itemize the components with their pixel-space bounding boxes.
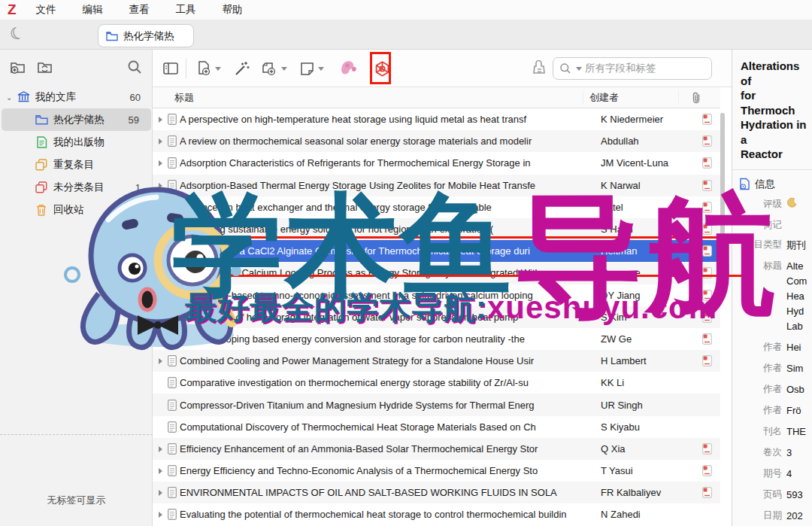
- table-row[interactable]: Efficiency Enhancement of an Ammonia-Bas…: [153, 438, 720, 460]
- info-field[interactable]: 刊名 THE: [732, 424, 812, 439]
- twisty-icon[interactable]: [153, 223, 165, 235]
- field-value[interactable]: THE: [786, 424, 806, 439]
- info-field[interactable]: 页码 593: [732, 488, 812, 503]
- info-field[interactable]: 日期 202: [732, 509, 812, 524]
- twisty-icon[interactable]: [153, 290, 165, 301]
- twisty-icon[interactable]: [153, 202, 165, 213]
- twisty-icon[interactable]: [153, 509, 165, 520]
- chevron-down-icon[interactable]: [576, 67, 582, 71]
- table-row[interactable]: Assessment of heat storage integration o…: [153, 306, 720, 328]
- info-field[interactable]: 简记: [732, 218, 812, 232]
- field-value[interactable]: Osb: [786, 382, 804, 397]
- sidebar-item-library[interactable]: ⌄ 我的文库 60: [0, 86, 153, 108]
- search-input[interactable]: 所有字段和标签: [553, 57, 712, 80]
- field-value[interactable]: [786, 197, 797, 212]
- twisty-icon[interactable]: [153, 312, 165, 323]
- field-label: 页码: [732, 488, 782, 503]
- field-label: 评级: [732, 197, 782, 212]
- add-attachment-button[interactable]: [261, 57, 287, 80]
- twisty-icon[interactable]: [153, 114, 165, 125]
- add-by-identifier-wand-button[interactable]: [234, 57, 250, 80]
- field-value[interactable]: 3: [786, 445, 792, 461]
- info-field[interactable]: 期号 4: [732, 467, 812, 482]
- twisty-icon[interactable]: [153, 180, 165, 191]
- document-icon: [165, 377, 180, 388]
- table-row[interactable]: Evaluating the potential of thermochemic…: [153, 503, 720, 525]
- table-row[interactable]: Energy Efficiency and Techno-Economic An…: [153, 460, 720, 482]
- twisty-icon[interactable]: ⌄: [6, 93, 17, 102]
- field-value[interactable]: 202: [786, 509, 803, 524]
- info-field[interactable]: 作者 Sim: [732, 361, 812, 376]
- twisty-icon[interactable]: [153, 355, 165, 366]
- info-field[interactable]: 作者 Hei: [732, 340, 812, 355]
- menu-tools[interactable]: 工具: [167, 1, 205, 19]
- menu-edit[interactable]: 编辑: [74, 1, 112, 19]
- translate-plugin-icon[interactable]: [339, 57, 359, 80]
- table-row[interactable]: Comparative investigation on thermochemi…: [153, 372, 720, 394]
- sidebar-item-row4[interactable]: 未分类条目 1: [0, 176, 153, 199]
- info-field[interactable]: 作者 Osb: [732, 382, 812, 397]
- info-field[interactable]: 评级: [732, 197, 812, 212]
- table-row[interactable]: Adsorption Characteristics of Refrigeran…: [153, 152, 720, 174]
- row-title: Efficiency Enhancement of an Ammonia-Bas…: [180, 443, 595, 455]
- info-field[interactable]: 卷次 3: [732, 445, 812, 461]
- row-creator: Abdullah: [595, 135, 693, 147]
- sidebar-divider[interactable]: [0, 434, 153, 435]
- menu-view[interactable]: 查看: [120, 1, 159, 19]
- column-title[interactable]: 标题: [153, 91, 583, 105]
- info-section-label: 信息: [755, 178, 775, 191]
- twisty-icon[interactable]: [153, 443, 165, 455]
- pdf-attachment-icon: [693, 202, 720, 213]
- table-row[interactable]: Adsorption-Based Thermal Energy Storage …: [153, 175, 720, 196]
- table-row[interactable]: Computational Discovery of Thermochemica…: [153, 416, 720, 438]
- twisty-icon[interactable]: [153, 135, 165, 147]
- table-row[interactable]: A review on thermochemical seasonal sola…: [153, 130, 720, 152]
- twisty-icon[interactable]: [153, 333, 165, 345]
- field-value[interactable]: Sim: [786, 361, 803, 376]
- sidebar-item-row2[interactable]: 我的出版物: [0, 131, 153, 154]
- plugin-stamp-icon[interactable]: [532, 57, 547, 80]
- feed-folder-icon[interactable]: [37, 60, 53, 78]
- attachment-column-paperclip-icon[interactable]: [679, 92, 714, 104]
- field-value[interactable]: 593: [786, 488, 803, 503]
- sidebar-item-row5[interactable]: 回收站: [0, 199, 153, 221]
- item-pane: Alterations of for Thermoch Hydration in…: [732, 50, 812, 526]
- sidebar-search-icon[interactable]: [127, 59, 142, 78]
- row-title: Combined Cooling and Power Management St…: [180, 355, 595, 366]
- table-row[interactable]: Compressor-Driven Titanium and Magnesium…: [153, 394, 720, 415]
- dark-mode-moon-icon[interactable]: ☾: [7, 23, 27, 46]
- list-body: A perspective on high-temperature heat s…: [153, 108, 720, 526]
- row-title: Computational Discovery of Thermochemica…: [180, 421, 595, 433]
- field-value[interactable]: Alte Com Hea Hyd Lab: [786, 259, 807, 334]
- twisty-icon[interactable]: [153, 157, 165, 169]
- info-field[interactable]: 作者 Frö: [732, 403, 812, 418]
- info-icon: [739, 178, 750, 190]
- sidebar-item-collection[interactable]: 热化学储热 59: [2, 108, 151, 131]
- toggle-panel-button[interactable]: [163, 57, 178, 80]
- table-row[interactable]: Advances in heat exchanger and thermal e…: [153, 196, 720, 218]
- sidebar-item-row3[interactable]: 重复条目: [0, 154, 153, 176]
- row-creator: S Hash: [595, 223, 693, 235]
- field-value[interactable]: Hei: [786, 340, 801, 355]
- new-collection-icon[interactable]: [11, 60, 26, 78]
- tab-active-collection[interactable]: 热化学储热: [98, 24, 194, 47]
- new-note-button[interactable]: [300, 57, 324, 80]
- field-value[interactable]: Frö: [786, 403, 801, 418]
- table-row[interactable]: ENVIRONMENTAL IMPACTS OF OIL AND SALT-BA…: [153, 482, 720, 503]
- menu-file[interactable]: 文件: [27, 1, 65, 19]
- twisty-icon[interactable]: [153, 487, 165, 498]
- new-item-button[interactable]: [196, 57, 221, 80]
- table-row[interactable]: Calcium-looping based energy conversion …: [153, 328, 720, 350]
- field-value[interactable]: 4: [786, 467, 792, 482]
- column-creator[interactable]: 创建者: [583, 91, 679, 105]
- field-value[interactable]: 期刊: [786, 238, 806, 253]
- menu-help[interactable]: 帮助: [214, 1, 252, 19]
- table-row[interactable]: A perspective on high-temperature heat s…: [153, 108, 720, 130]
- info-section-header[interactable]: 信息: [732, 170, 812, 197]
- pdf-attachment-icon: [693, 157, 720, 169]
- rating-moon-icon[interactable]: [786, 199, 797, 210]
- table-row[interactable]: Aspen plus-based techno-economic assessm…: [153, 284, 720, 306]
- row-creator: JM Vicent-Luna: [595, 157, 693, 169]
- twisty-icon[interactable]: [153, 465, 165, 476]
- table-row[interactable]: Combined Cooling and Power Management St…: [153, 350, 720, 372]
